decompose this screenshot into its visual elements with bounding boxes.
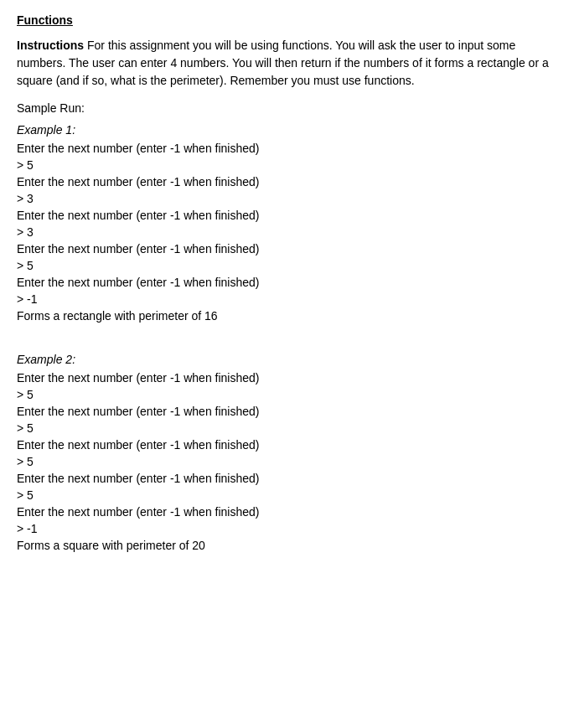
example1-block: Example 1: Enter the next number (enter … <box>17 123 557 323</box>
example2-prompt-2: Enter the next number (enter -1 when fin… <box>17 405 557 418</box>
example2-label: Example 2: <box>17 353 557 366</box>
example1-prompt-1: Enter the next number (enter -1 when fin… <box>17 142 557 155</box>
example1-label: Example 1: <box>17 123 557 137</box>
example2-result: Forms a square with perimeter of 20 <box>17 539 557 552</box>
example1-prompt-2: Enter the next number (enter -1 when fin… <box>17 175 557 188</box>
example2-prompt-4: Enter the next number (enter -1 when fin… <box>17 472 557 485</box>
example1-input-2: > 3 <box>17 192 557 205</box>
example2-prompt-1: Enter the next number (enter -1 when fin… <box>17 371 557 385</box>
example1-input-1: > 5 <box>17 158 557 172</box>
example2-prompt-3: Enter the next number (enter -1 when fin… <box>17 438 557 452</box>
example1-input-3: > 3 <box>17 225 557 239</box>
example2-input-3: > 5 <box>17 455 557 468</box>
example2-input-5: > -1 <box>17 522 557 535</box>
page-title: Functions <box>17 13 557 27</box>
example1-prompt-3: Enter the next number (enter -1 when fin… <box>17 209 557 222</box>
example2-input-1: > 5 <box>17 388 557 401</box>
instructions-block: Instructions For this assignment you wil… <box>17 37 557 90</box>
example1-prompt-5: Enter the next number (enter -1 when fin… <box>17 276 557 289</box>
instructions-label: Instructions <box>17 39 84 52</box>
instructions-text: For this assignment you will be using fu… <box>17 39 549 87</box>
example1-input-5: > -1 <box>17 292 557 306</box>
example2-input-2: > 5 <box>17 421 557 435</box>
example1-input-4: > 5 <box>17 259 557 272</box>
example2-block: Example 2: Enter the next number (enter … <box>17 353 557 552</box>
example1-prompt-4: Enter the next number (enter -1 when fin… <box>17 242 557 256</box>
example2-prompt-5: Enter the next number (enter -1 when fin… <box>17 505 557 519</box>
sample-run-label: Sample Run: <box>17 101 557 115</box>
example1-result: Forms a rectangle with perimeter of 16 <box>17 309 557 323</box>
example2-input-4: > 5 <box>17 488 557 502</box>
